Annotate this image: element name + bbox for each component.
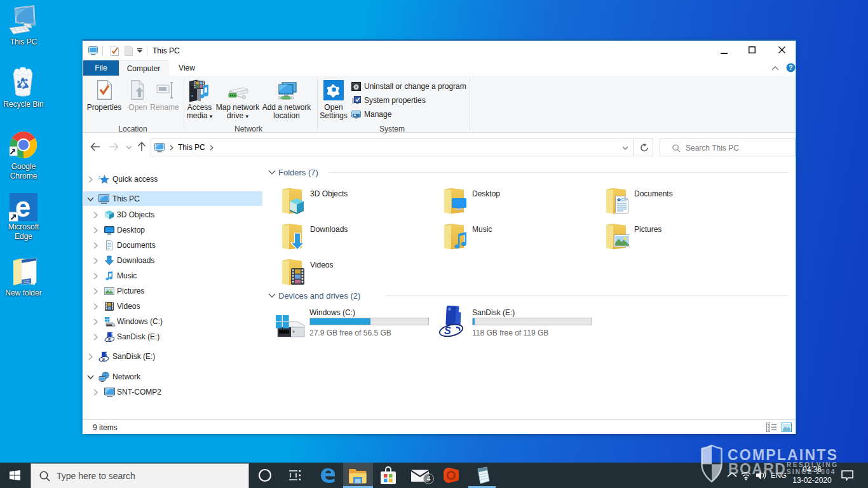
svg-text:S: S	[102, 356, 105, 362]
svg-text:A: A	[617, 197, 621, 203]
svg-text:?: ?	[789, 64, 792, 71]
svg-text:S: S	[107, 337, 111, 342]
svg-text:S: S	[444, 325, 451, 336]
